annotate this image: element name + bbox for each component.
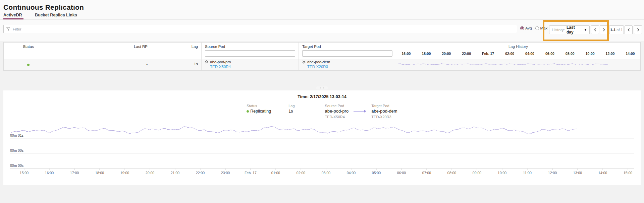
x-axis-tick-label: 17:00 — [70, 171, 79, 175]
pagination-range-value: 1-1 — [610, 28, 615, 32]
x-axis-tick-label: Feb. 17 — [245, 171, 257, 175]
target-pod-name: abe-pod-dem — [307, 60, 330, 64]
x-axis-tick-label: 07:00 — [422, 171, 431, 175]
lag-history-tick: 14:00 — [626, 52, 635, 56]
history-next-button[interactable] — [600, 25, 608, 34]
source-pod-header-label: Source Pod — [205, 45, 295, 49]
detail-source-label: Source Pod — [325, 103, 349, 109]
column-header-target-pod[interactable]: Target Pod — [299, 43, 396, 59]
table-header-row: Status Last RP Lag Source Pod Target Pod… — [4, 43, 640, 59]
x-axis-tick-label: 18:00 — [95, 171, 104, 175]
x-axis-tick-label: 22:00 — [196, 171, 205, 175]
column-header-last-rp[interactable]: Last RP — [53, 43, 151, 59]
filter-field[interactable] — [3, 25, 517, 33]
lag-history-tick: 16:00 — [402, 52, 411, 56]
lag-detail-chart: 00m 01s00m 00s00m 00s15:0016:0017:0018:0… — [3, 119, 641, 183]
x-axis-tick-label: 16:00 — [45, 171, 54, 175]
x-axis-tick-label: 04:00 — [347, 171, 356, 175]
status-dot-icon — [27, 64, 30, 66]
chevron-left-icon — [628, 28, 630, 31]
table-row[interactable]: - 1s abe-pod-pro TED-X50R4 abe-pod-dem T… — [4, 59, 640, 70]
detail-source-pod-block: Source Pod abe-pod-pro TED-X50R4 — [325, 103, 349, 120]
x-axis-tick-label: 01:00 — [271, 171, 280, 175]
lag-history-tick: 18:00 — [422, 52, 431, 56]
avg-radio-icon[interactable] — [520, 26, 524, 30]
x-axis-tick-label: 21:00 — [171, 171, 179, 175]
detail-target-value: abe-pod-dem — [371, 109, 397, 114]
detail-time-label: Time: 2/17/2025 13:03:14 — [3, 94, 641, 99]
x-axis-tick-label: 13:00 — [573, 171, 582, 175]
x-axis-tick-label: 05:00 — [372, 171, 381, 175]
column-header-source-pod[interactable]: Source Pod — [202, 43, 299, 59]
column-header-lag-history: Lag History 16:0018:0020:0022:00Feb. 170… — [396, 43, 640, 59]
max-radio-label: Max — [540, 26, 548, 30]
detail-target-label: Target Pod — [371, 103, 397, 109]
pod-promoted-icon — [205, 60, 208, 64]
sparkline-path — [398, 63, 608, 65]
row-lag-history-cell — [396, 59, 640, 70]
x-axis-tick-label: 15:00 — [20, 171, 29, 175]
target-pod-filter-input[interactable] — [302, 50, 392, 57]
detail-lag-value: 1s — [288, 109, 294, 114]
column-header-status[interactable]: Status — [4, 43, 53, 59]
avg-radio[interactable]: Avg — [520, 26, 532, 30]
lag-history-tick: 06:00 — [545, 52, 554, 56]
x-axis-tick-label: 08:00 — [447, 171, 456, 175]
x-axis-tick-label: 09:00 — [473, 171, 481, 175]
max-radio[interactable]: Max — [535, 26, 548, 30]
x-axis-tick-label: 23:00 — [221, 171, 230, 175]
lag-history-tick: 22:00 — [462, 52, 471, 56]
x-axis-tick-label: 19:00 — [120, 171, 129, 175]
row-last-rp-cell: - — [53, 59, 151, 70]
x-axis-tick-label: 15:00 — [624, 171, 632, 175]
pagination-range: 1-1 of 1 — [609, 25, 624, 34]
history-prev-button[interactable] — [591, 25, 599, 34]
avg-radio-label: Avg — [525, 26, 532, 30]
history-dropdown-value: Last day — [567, 25, 582, 35]
pod-demoted-icon — [302, 60, 306, 64]
history-dropdown[interactable]: History: Last day ▼ — [549, 25, 590, 34]
source-array-link[interactable]: TED-X50R4 — [210, 64, 295, 69]
tab-bucket-replica-links[interactable]: Bucket Replica Links — [35, 13, 77, 19]
row-source-pod-cell: abe-pod-pro TED-X50R4 — [202, 59, 299, 70]
detail-target-pod-block: Target Pod abe-pod-dem TED-X20R3 — [371, 103, 397, 120]
detail-lag-block: Lag 1s — [288, 103, 294, 114]
lag-history-tick: 10:00 — [586, 52, 595, 56]
lag-history-tick: 12:00 — [606, 52, 615, 56]
chevron-right-icon — [603, 28, 605, 31]
target-pod-header-label: Target Pod — [302, 45, 392, 49]
page-title: Continuous Replication — [3, 3, 84, 11]
y-axis-tick-label: 00m 01s — [10, 133, 23, 137]
target-array-link[interactable]: TED-X20R3 — [307, 64, 392, 69]
detail-status-label: Status — [247, 103, 271, 109]
filter-input[interactable] — [13, 27, 514, 31]
row-status-cell — [4, 59, 53, 70]
lag-history-tick: 02:00 — [505, 52, 514, 56]
detail-source-array: TED-X50R4 — [325, 114, 349, 120]
y-axis-tick-label: 00m 00s — [10, 163, 23, 167]
source-pod-name: abe-pod-pro — [210, 60, 231, 64]
chevron-right-icon — [637, 28, 639, 31]
pagination-prev-button[interactable] — [625, 25, 633, 34]
active-tab-underline — [3, 18, 23, 19]
splitter-drag-handle[interactable] — [316, 86, 328, 89]
source-pod-filter-input[interactable] — [205, 50, 295, 57]
lag-history-header-label: Lag History — [396, 45, 640, 49]
x-axis-tick-label: 06:00 — [397, 171, 406, 175]
lag-history-time-ticks: 16:0018:0020:0022:00Feb. 1702:0004:0006:… — [396, 52, 640, 56]
detail-status-value: Replicating — [250, 109, 271, 114]
detail-status-block: Status Replicating — [247, 103, 271, 114]
x-axis-tick-label: 11:00 — [523, 171, 532, 175]
lag-history-tick: Feb. 17 — [482, 52, 494, 56]
pagination-next-button[interactable] — [634, 25, 642, 34]
x-axis-tick-label: 02:00 — [297, 171, 305, 175]
row-target-pod-cell: abe-pod-dem TED-X20R3 — [299, 59, 396, 70]
lag-history-tick: 08:00 — [566, 52, 575, 56]
max-radio-icon[interactable] — [535, 26, 539, 30]
replication-arrow-icon — [353, 109, 367, 114]
detail-info-row: Status Replicating Lag 1s Source Pod abe… — [3, 103, 641, 120]
x-axis-tick-label: 12:00 — [548, 171, 557, 175]
replication-table: Status Last RP Lag Source Pod Target Pod… — [3, 42, 641, 71]
x-axis-tick-label: 14:00 — [598, 171, 607, 175]
column-header-lag[interactable]: Lag — [151, 43, 202, 59]
